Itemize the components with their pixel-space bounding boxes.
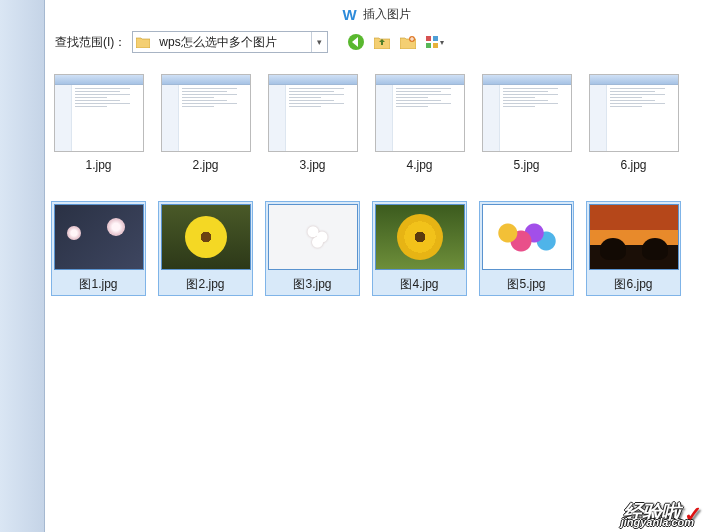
- file-name: 2.jpg: [192, 158, 218, 172]
- file-item[interactable]: 3.jpg: [265, 71, 360, 175]
- lookin-combo[interactable]: wps怎么选中多个图片 ▾: [132, 31, 328, 53]
- svg-rect-4: [426, 43, 431, 48]
- view-button[interactable]: ▾: [424, 32, 444, 52]
- file-item[interactable]: 6.jpg: [586, 71, 681, 175]
- file-thumbnail: [482, 74, 572, 152]
- file-thumbnail: [375, 204, 465, 270]
- file-name: 1.jpg: [85, 158, 111, 172]
- file-name: 图4.jpg: [400, 276, 438, 293]
- image-icon: [269, 204, 357, 270]
- file-thumbnail: [268, 74, 358, 152]
- file-name: 5.jpg: [513, 158, 539, 172]
- image-icon: [483, 204, 571, 270]
- file-name: 图2.jpg: [186, 276, 224, 293]
- folder-new-button[interactable]: [398, 32, 418, 52]
- file-item[interactable]: 图6.jpg: [586, 201, 681, 296]
- watermark-domain: jingyanla.com: [621, 516, 694, 528]
- chevron-down-icon[interactable]: ▾: [311, 32, 327, 52]
- file-item[interactable]: 图4.jpg: [372, 201, 467, 296]
- file-name: 图3.jpg: [293, 276, 331, 293]
- folder-icon: [133, 36, 153, 48]
- dialog-title-row: W 插入图片: [45, 0, 708, 27]
- file-item[interactable]: 图1.jpg: [51, 201, 146, 296]
- file-thumbnail: [54, 204, 144, 270]
- watermark: 经验啦 ✓ jingyanla.com: [623, 499, 702, 526]
- lookin-label: 查找范围(I)：: [55, 34, 126, 51]
- wps-logo-icon: W: [342, 6, 356, 23]
- file-thumbnail: [268, 204, 358, 270]
- file-thumbnail: [482, 204, 572, 270]
- file-thumbnail: [589, 204, 679, 270]
- file-name: 6.jpg: [620, 158, 646, 172]
- svg-rect-2: [426, 36, 431, 41]
- image-icon: [55, 204, 143, 270]
- svg-rect-3: [433, 36, 438, 41]
- places-sidebar[interactable]: [0, 0, 45, 532]
- folder-up-button[interactable]: [372, 32, 392, 52]
- file-item[interactable]: 5.jpg: [479, 71, 574, 175]
- file-thumbnail: [161, 204, 251, 270]
- file-thumbnail: [589, 74, 679, 152]
- file-name: 4.jpg: [406, 158, 432, 172]
- image-icon: [590, 204, 678, 270]
- file-name: 图5.jpg: [507, 276, 545, 293]
- dialog-title: 插入图片: [363, 6, 411, 23]
- file-name: 3.jpg: [299, 158, 325, 172]
- toolbar: 查找范围(I)： wps怎么选中多个图片 ▾ ▾: [45, 27, 708, 61]
- file-item[interactable]: 图2.jpg: [158, 201, 253, 296]
- file-name: 图1.jpg: [79, 276, 117, 293]
- file-grid[interactable]: 1.jpg2.jpg3.jpg4.jpg5.jpg6.jpg 图1.jpg图2.…: [45, 61, 708, 532]
- file-thumbnail: [375, 74, 465, 152]
- file-item[interactable]: 图5.jpg: [479, 201, 574, 296]
- file-item[interactable]: 图3.jpg: [265, 201, 360, 296]
- image-icon: [162, 204, 250, 270]
- back-button[interactable]: [346, 32, 366, 52]
- lookin-path: wps怎么选中多个图片: [153, 34, 311, 51]
- svg-rect-5: [433, 43, 438, 48]
- image-icon: [376, 204, 464, 270]
- dialog-main: W 插入图片 查找范围(I)： wps怎么选中多个图片 ▾ ▾: [45, 0, 708, 532]
- chevron-down-icon: ▾: [440, 38, 444, 47]
- file-item[interactable]: 1.jpg: [51, 71, 146, 175]
- file-thumbnail: [161, 74, 251, 152]
- file-thumbnail: [54, 74, 144, 152]
- file-item[interactable]: 4.jpg: [372, 71, 467, 175]
- file-name: 图6.jpg: [614, 276, 652, 293]
- file-item[interactable]: 2.jpg: [158, 71, 253, 175]
